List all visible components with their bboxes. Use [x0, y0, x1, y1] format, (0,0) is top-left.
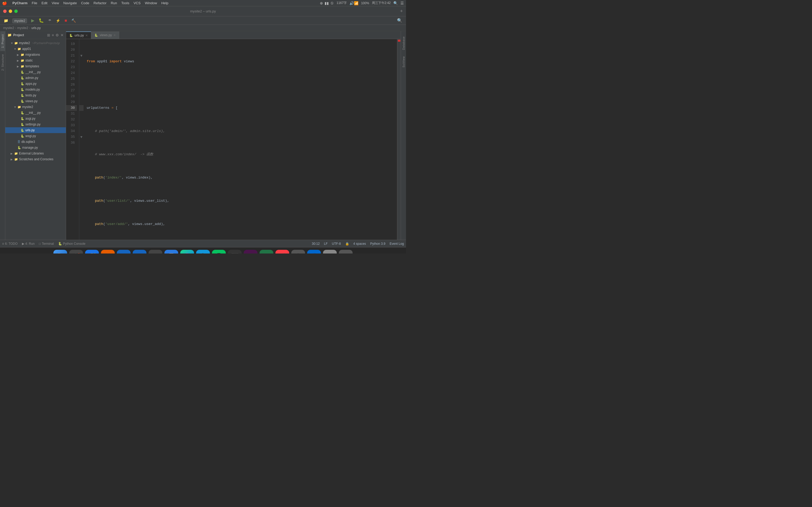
code-content[interactable]: from app01 import views urlpatterns = [ …: [84, 39, 397, 240]
menu-vcs[interactable]: VCS: [134, 1, 141, 5]
app-name[interactable]: PyCharm: [12, 1, 28, 5]
structure-tab[interactable]: 2: Structure: [0, 51, 5, 74]
dock-excel[interactable]: X: [260, 250, 273, 254]
add-tab-button[interactable]: +: [400, 8, 403, 14]
tree-tests-py[interactable]: ▶ 🐍 tests.py: [5, 93, 66, 98]
stop-button[interactable]: ■: [63, 18, 69, 23]
python-console-status[interactable]: 🐍 Python Console: [58, 242, 86, 245]
project-expand-all[interactable]: ⊞: [47, 33, 50, 37]
python-console-icon: 🐍: [58, 242, 62, 245]
build-button[interactable]: 🔨: [70, 18, 78, 23]
line-ending[interactable]: LF: [324, 242, 328, 245]
breadcrumb-mysite2-2[interactable]: mysite2: [17, 26, 28, 30]
dock-navicat2[interactable]: 🔵: [307, 250, 321, 254]
dock-music[interactable]: 🎵: [275, 250, 289, 254]
fold-end[interactable]: ▼: [79, 134, 84, 140]
dock-slack[interactable]: 💼: [244, 250, 257, 254]
menu-refactor[interactable]: Refactor: [94, 1, 106, 5]
menu-code[interactable]: Code: [81, 1, 89, 5]
menu-tools[interactable]: Tools: [121, 1, 129, 5]
dock-navicat[interactable]: 🗄: [164, 250, 178, 254]
dock-firefox[interactable]: 🦊: [101, 250, 115, 254]
dock-finder[interactable]: 🔍: [53, 250, 67, 254]
tab-views-py[interactable]: 🐍 views.py ✕: [91, 32, 119, 39]
tree-templates[interactable]: ▶ 📁 templates: [5, 63, 66, 69]
tree-models-py[interactable]: ▶ 🐍 models.py: [5, 87, 66, 93]
breadcrumb-urls-py[interactable]: urls.py: [32, 26, 41, 30]
python-version[interactable]: Python 3.9: [370, 242, 386, 245]
dock-misc1[interactable]: ⚙: [323, 250, 337, 254]
tree-static[interactable]: ▶ 📁 static: [5, 58, 66, 63]
breadcrumb-mysite2[interactable]: mysite2: [3, 26, 14, 30]
tree-settings-py[interactable]: ▶ 🐍 settings.py: [5, 121, 66, 127]
menu-window[interactable]: Window: [145, 1, 157, 5]
tree-mysite2-init[interactable]: ▶ 🐍 __init__.py: [5, 110, 66, 116]
notification-icon[interactable]: ☰: [400, 1, 404, 5]
dock-launchpad[interactable]: 🚀: [69, 250, 83, 254]
tree-app01[interactable]: ▼ 📁 app01: [5, 46, 66, 52]
database-tab[interactable]: Database: [401, 33, 406, 53]
apple-menu[interactable]: 🍎: [2, 1, 7, 6]
tree-apps-py[interactable]: ▶ 🐍 apps.py: [5, 81, 66, 87]
event-log[interactable]: Event Log: [390, 242, 404, 245]
tree-migrations[interactable]: ▶ 📁 migrations: [5, 52, 66, 58]
tree-admin-py[interactable]: ▶ 🐍 admin.py: [5, 75, 66, 81]
dock-pycharm[interactable]: 🔮: [180, 250, 194, 254]
menu-help[interactable]: Help: [161, 1, 168, 5]
dock-trash[interactable]: 🗑: [339, 250, 353, 254]
sciview-tab[interactable]: SciView: [401, 53, 406, 70]
run-coverage[interactable]: ☂: [47, 18, 53, 23]
right-gutter-scrollbar[interactable]: [397, 39, 401, 240]
tree-urls-py[interactable]: ▶ 🐍 urls.py: [5, 127, 66, 133]
menu-file[interactable]: File: [32, 1, 37, 5]
tree-app01-init[interactable]: ▶ 🐍 __init__.py: [5, 69, 66, 75]
terminal-status[interactable]: □ Terminal: [39, 242, 54, 245]
close-button[interactable]: [3, 9, 7, 13]
tree-manage-py[interactable]: ▶ 🐍 manage.py: [5, 145, 66, 151]
todo-status[interactable]: ≡ 6: TODO: [2, 242, 18, 245]
tab-urls-close[interactable]: ✕: [85, 34, 88, 37]
minimize-button[interactable]: [9, 9, 12, 13]
dock-app1[interactable]: 📱: [291, 250, 305, 254]
tab-urls-py[interactable]: 🐍 urls.py ✕: [66, 32, 91, 39]
project-collapse-all[interactable]: ≡: [52, 33, 54, 37]
fold-urlpatterns[interactable]: ▼: [79, 53, 84, 59]
maximize-button[interactable]: [14, 9, 18, 13]
run-profile[interactable]: ⚡: [54, 18, 62, 23]
tree-mysite2-sub[interactable]: ▼ 📁 mysite2: [5, 104, 66, 110]
menu-edit[interactable]: Edit: [42, 1, 47, 5]
dock-mail[interactable]: ✉: [117, 250, 131, 254]
debug-button[interactable]: 🐛: [37, 17, 45, 23]
dock-word[interactable]: W: [133, 250, 146, 254]
dock-safari[interactable]: 🧭: [85, 250, 99, 254]
indent-setting[interactable]: 4 spaces: [353, 242, 366, 245]
project-close[interactable]: ✕: [60, 33, 64, 37]
tree-asgi-py[interactable]: ▶ 🐍 asgi.py: [5, 116, 66, 121]
tree-db-sqlite[interactable]: ▶ 🗄 db.sqlite3: [5, 139, 66, 145]
tree-views-py[interactable]: ▶ 🐍 views.py: [5, 98, 66, 104]
menu-run[interactable]: Run: [111, 1, 117, 5]
project-tab[interactable]: 1: Project: [0, 31, 5, 51]
tab-views-close[interactable]: ✕: [113, 34, 116, 37]
menu-navigate[interactable]: Navigate: [63, 1, 77, 5]
project-settings[interactable]: ⚙: [55, 33, 59, 37]
nav-folder[interactable]: 📁: [2, 18, 10, 23]
tree-external-libraries[interactable]: ▶ 📁 External Libraries: [5, 151, 66, 156]
encoding[interactable]: UTF-8: [332, 242, 341, 245]
run-button[interactable]: ▶: [30, 17, 36, 23]
tree-wsgi-py[interactable]: ▶ 🐍 wsgi.py: [5, 133, 66, 139]
dock-qq[interactable]: 🐧: [196, 250, 210, 254]
menu-view[interactable]: View: [52, 1, 59, 5]
menubar: 🍎 PyCharm File Edit View Navigate Code R…: [0, 0, 406, 6]
nav-run-config[interactable]: mysite2: [11, 18, 29, 23]
dock-typora[interactable]: T: [149, 250, 162, 254]
tree-scratches-consoles[interactable]: ▶ 📁 Scratches and Consoles: [5, 156, 66, 162]
run-status[interactable]: ▶ 4: Run: [22, 242, 35, 245]
status-right: 30:12 LF UTF-8 🔒 4 spaces Python 3.9 Eve…: [312, 242, 404, 245]
dock-terminal[interactable]: ⬛: [228, 250, 242, 254]
tree-root-mysite2[interactable]: ▼ 📁 mysite2 ~/PycharmProjects/gr: [5, 40, 66, 46]
editor-area: 🐍 urls.py ✕ 🐍 views.py ✕ 19 20 21 22 23 …: [66, 31, 401, 240]
search-icon[interactable]: 🔍: [393, 1, 398, 5]
global-search-button[interactable]: 🔍: [395, 17, 404, 23]
dock-wechat[interactable]: 💬: [212, 250, 226, 254]
